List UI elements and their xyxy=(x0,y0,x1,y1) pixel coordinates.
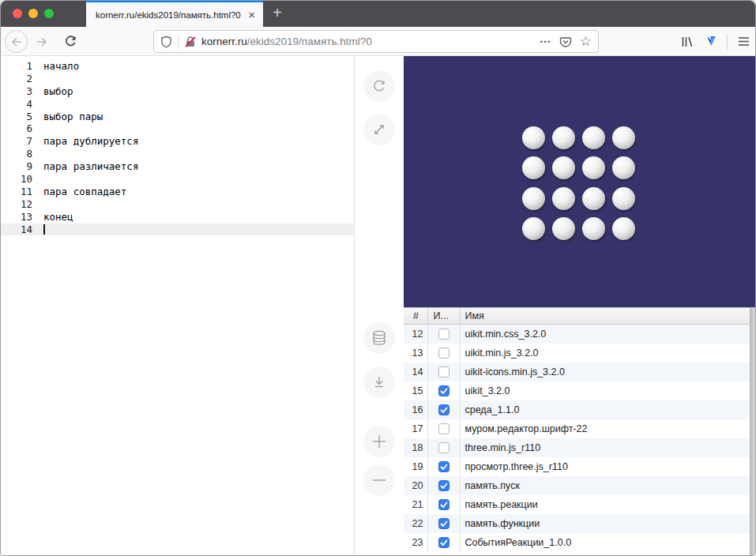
download-button[interactable] xyxy=(363,366,395,398)
table-scrollbar[interactable] xyxy=(750,307,755,556)
sphere[interactable] xyxy=(582,217,605,240)
browser-window: kornerr.ru/ekids2019/память.html?0 × + xyxy=(0,0,756,556)
back-button[interactable] xyxy=(5,30,28,53)
bookmark-star-icon[interactable]: ☆ xyxy=(580,33,592,50)
header-name[interactable]: Имя xyxy=(461,308,755,324)
editor-line[interactable]: 8 xyxy=(1,148,354,160)
row-checkbox[interactable] xyxy=(438,442,449,453)
reload-button[interactable] xyxy=(61,30,80,53)
sphere[interactable] xyxy=(582,126,605,149)
row-name: среда_1.1.0 xyxy=(461,404,755,415)
tab-close-icon[interactable]: × xyxy=(246,9,257,21)
row-checkbox[interactable] xyxy=(438,366,449,378)
line-number: 11 xyxy=(1,186,32,198)
editor-line[interactable]: 12 xyxy=(1,198,354,211)
row-checkbox[interactable] xyxy=(438,329,449,340)
code-editor[interactable]: 1начало23выбор45выбор пары67пара дублиру… xyxy=(1,56,355,556)
3d-viewport[interactable] xyxy=(404,56,755,307)
table-row[interactable]: 18three.min.js_r110 xyxy=(404,438,755,457)
row-checkbox[interactable] xyxy=(438,480,449,491)
minimize-window-button[interactable] xyxy=(28,9,38,18)
library-icon[interactable] xyxy=(675,36,699,48)
sphere[interactable] xyxy=(552,126,575,149)
refresh-button[interactable] xyxy=(363,70,395,102)
row-checkbox[interactable] xyxy=(438,499,449,510)
row-checkbox[interactable] xyxy=(438,385,449,396)
editor-line[interactable]: 4 xyxy=(1,98,354,111)
table-row[interactable]: 23СобытияРеакции_1.0.0 xyxy=(404,533,755,552)
table-row[interactable]: 20память.пуск xyxy=(404,476,755,495)
line-number: 7 xyxy=(1,135,32,148)
url-text[interactable]: kornerr.ru/ekids2019/память.html?0 xyxy=(201,36,372,47)
sphere[interactable] xyxy=(582,156,605,179)
line-text: пара различается xyxy=(43,160,138,173)
expand-button[interactable] xyxy=(363,114,395,145)
sphere[interactable] xyxy=(612,126,635,149)
table-row[interactable]: 17муром.редактор.шрифт-22 xyxy=(404,419,755,438)
row-checkbox[interactable] xyxy=(438,423,449,434)
header-number[interactable]: # xyxy=(404,308,428,324)
sphere[interactable] xyxy=(552,156,575,179)
url-bar[interactable]: kornerr.ru/ekids2019/память.html?0 ••• ☆ xyxy=(153,30,599,53)
line-number: 5 xyxy=(1,111,32,123)
sphere[interactable] xyxy=(552,217,575,240)
sphere[interactable] xyxy=(522,187,545,210)
row-checkbox[interactable] xyxy=(438,404,449,415)
editor-line[interactable]: 6 xyxy=(1,122,354,135)
page-actions-icon[interactable]: ••• xyxy=(540,38,551,46)
table-row[interactable]: 21память.реакции xyxy=(404,495,755,514)
sphere[interactable] xyxy=(522,217,545,240)
row-checkbox-cell xyxy=(428,495,461,514)
resources-table: # И... Имя 12uikit.min.css_3.2.013uikit.… xyxy=(404,307,755,556)
row-name: uikit_3.2.0 xyxy=(461,385,755,396)
active-tab[interactable]: kornerr.ru/ekids2019/память.html?0 × xyxy=(86,1,263,27)
remove-button[interactable] xyxy=(363,464,395,496)
row-checkbox[interactable] xyxy=(438,537,449,548)
sphere[interactable] xyxy=(612,217,635,240)
sphere[interactable] xyxy=(612,187,635,210)
editor-line[interactable]: 10 xyxy=(1,173,354,186)
database-button[interactable] xyxy=(363,322,395,354)
table-row[interactable]: 16среда_1.1.0 xyxy=(404,400,755,419)
header-used[interactable]: И... xyxy=(428,308,461,324)
editor-line[interactable]: 5выбор пары xyxy=(1,111,354,123)
line-text: выбор пары xyxy=(43,111,103,123)
editor-line[interactable]: 7пара дублируется xyxy=(1,135,354,148)
close-window-button[interactable] xyxy=(13,9,22,18)
pocket-icon[interactable] xyxy=(559,36,572,48)
forward-button[interactable] xyxy=(32,30,51,53)
editor-line[interactable]: 13конец xyxy=(1,211,354,224)
extension-v-icon[interactable] xyxy=(699,36,723,47)
row-checkbox[interactable] xyxy=(438,518,449,529)
row-checkbox[interactable] xyxy=(438,461,449,472)
editor-line[interactable]: 14 xyxy=(1,224,354,236)
table-row[interactable]: 22память.функции xyxy=(404,514,755,533)
table-row[interactable]: 13uikit.min.js_3.2.0 xyxy=(404,344,755,363)
line-text xyxy=(43,224,45,236)
sphere[interactable] xyxy=(552,187,575,210)
sphere[interactable] xyxy=(612,156,635,179)
insecure-lock-icon[interactable] xyxy=(184,36,197,48)
row-number: 17 xyxy=(404,419,428,438)
table-row[interactable]: 12uikit.min.css_3.2.0 xyxy=(404,325,755,344)
table-row[interactable]: 15uikit_3.2.0 xyxy=(404,381,755,400)
new-tab-button[interactable]: + xyxy=(266,1,288,27)
add-button[interactable] xyxy=(363,426,395,457)
menu-icon[interactable] xyxy=(732,36,755,47)
row-checkbox[interactable] xyxy=(438,348,449,359)
sphere[interactable] xyxy=(522,156,545,179)
shield-icon[interactable] xyxy=(160,36,172,48)
zoom-window-button[interactable] xyxy=(44,9,54,18)
editor-line[interactable]: 3выбор xyxy=(1,85,354,98)
sphere[interactable] xyxy=(522,126,545,149)
table-row[interactable]: 19просмотр.three.js_r110 xyxy=(404,457,755,476)
sphere[interactable] xyxy=(582,187,605,210)
row-number: 16 xyxy=(404,400,428,419)
editor-line[interactable]: 1начало xyxy=(1,60,354,73)
table-row[interactable]: 14uikit-icons.min.js_3.2.0 xyxy=(404,363,755,381)
editor-line[interactable]: 2 xyxy=(1,73,354,85)
editor-line[interactable]: 11пара совпадает xyxy=(1,186,354,198)
row-checkbox-cell xyxy=(428,325,461,344)
editor-line[interactable]: 9пара различается xyxy=(1,160,354,173)
row-checkbox-cell xyxy=(428,381,461,400)
